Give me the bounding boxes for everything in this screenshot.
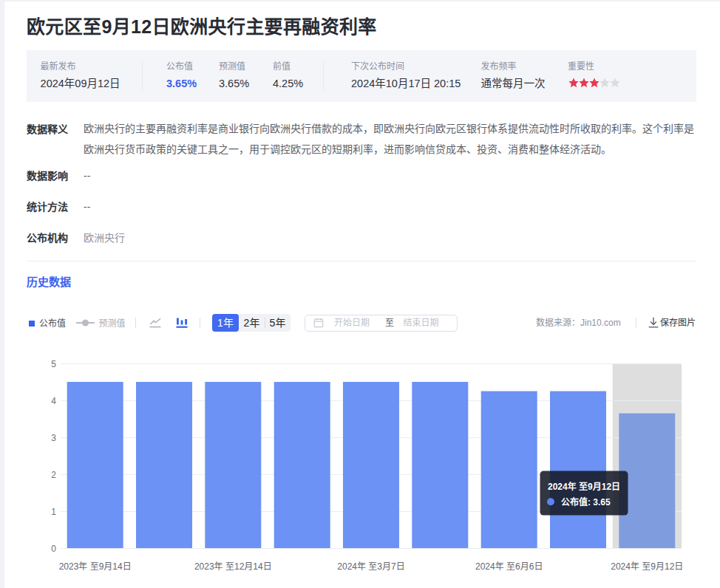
svg-text:2024年 至6月6日: 2024年 至6月6日	[475, 561, 543, 572]
svg-text:2024年 至3月7日: 2024年 至3月7日	[337, 561, 404, 572]
svg-text:2: 2	[51, 470, 56, 480]
svg-text:3: 3	[51, 433, 56, 443]
svg-text:1: 1	[51, 507, 56, 517]
svg-text:2023年 至9月14日: 2023年 至9月14日	[59, 561, 132, 572]
svg-text:0: 0	[51, 544, 56, 554]
svg-text:5: 5	[51, 359, 56, 369]
svg-text:2024年 至9月12日: 2024年 至9月12日	[548, 481, 620, 492]
svg-text:4: 4	[51, 396, 56, 406]
svg-text:公布值: 3.65: 公布值: 3.65	[561, 496, 611, 507]
svg-text:2024年 至9月12日: 2024年 至9月12日	[611, 561, 683, 572]
svg-text:2023年 至12月14日: 2023年 至12月14日	[194, 561, 272, 572]
